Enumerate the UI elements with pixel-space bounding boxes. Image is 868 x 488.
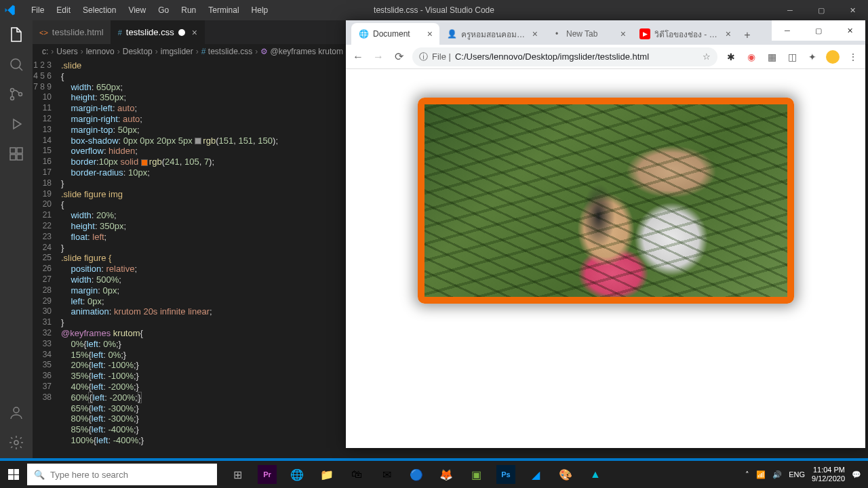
svg-rect-5 xyxy=(10,155,16,160)
taskbar-apps: ⊞ Pr 🌐 📁 🛍 ✉ 🔵 🦊 ▣ Ps ◢ 🎨 ▲ xyxy=(222,461,610,488)
tray-volume-icon[interactable]: 🔊 xyxy=(772,470,782,479)
svg-point-0 xyxy=(11,59,20,68)
vscode-app-icon[interactable]: ◢ xyxy=(521,461,551,488)
image-slider xyxy=(418,98,794,304)
star-icon[interactable]: ☆ xyxy=(703,52,711,62)
svg-point-3 xyxy=(19,93,22,96)
tray-chevron-icon[interactable]: ˄ xyxy=(745,470,749,479)
ext4-icon[interactable]: ◫ xyxy=(785,50,799,64)
puzzle-icon[interactable]: ✦ xyxy=(806,50,819,64)
svg-point-2 xyxy=(11,97,14,100)
browser-window-controls: ─ ▢ ✕ xyxy=(772,20,865,41)
tray-network-icon[interactable]: 📶 xyxy=(756,470,766,479)
svg-point-1 xyxy=(11,89,14,92)
tray-language[interactable]: ENG xyxy=(789,470,805,479)
svg-point-8 xyxy=(14,407,19,413)
svg-point-9 xyxy=(14,441,18,445)
window-controls: ─ ▢ ✕ xyxy=(774,0,868,20)
close-button[interactable]: ✕ xyxy=(837,0,868,20)
ext2-icon[interactable]: ◉ xyxy=(745,50,758,64)
close-tab-icon[interactable]: × xyxy=(726,28,731,39)
ext1-icon[interactable]: ✱ xyxy=(724,50,738,64)
close-tab-icon[interactable]: × xyxy=(427,28,433,39)
window-title: testslide.css - Visual Studio Code xyxy=(374,5,494,15)
camtasia-icon[interactable]: ▣ xyxy=(461,461,491,488)
menu-selection[interactable]: Selection xyxy=(77,3,121,18)
browser-tab[interactable]: 👤ครูหอมสอนคอมพิวเตอร์× xyxy=(439,23,545,45)
account-icon[interactable] xyxy=(7,404,25,422)
tab-testslide-html[interactable]: <> testslide.html xyxy=(33,20,111,44)
tab-testslide-css[interactable]: # testslide.css × xyxy=(111,20,205,44)
dirty-indicator-icon xyxy=(178,29,185,36)
browser-window: ─ ▢ ✕ 🌐Document×👤ครูหอมสอนคอมพิวเตอร์×•N… xyxy=(346,20,865,448)
profile-avatar[interactable] xyxy=(826,50,840,64)
mail-icon[interactable]: ✉ xyxy=(372,461,401,488)
close-tab-icon[interactable]: × xyxy=(532,28,538,39)
line-numbers: 1 2 3 4 5 6 7 8 9 10 11 12 13 14 15 16 1… xyxy=(33,59,61,461)
browser-tab[interactable]: •New Tab× xyxy=(545,23,633,45)
menu-help[interactable]: Help xyxy=(246,3,274,18)
html-file-icon: <> xyxy=(39,28,48,37)
new-tab-button[interactable]: + xyxy=(738,26,757,45)
task-view-icon[interactable]: ⊞ xyxy=(222,461,252,488)
activity-bar xyxy=(0,20,33,461)
explorer-app-icon[interactable]: 📁 xyxy=(312,461,342,488)
extensions-icon[interactable] xyxy=(7,145,25,163)
back-button[interactable]: ← xyxy=(351,51,365,63)
notifications-icon[interactable]: 💬 xyxy=(852,470,861,479)
forward-button[interactable]: → xyxy=(372,51,385,63)
debug-icon[interactable] xyxy=(7,115,25,133)
close-tab-icon[interactable]: × xyxy=(620,28,626,39)
extension-icons: ✱ ◉ ▦ ◫ ✦ ⋮ xyxy=(724,50,860,64)
menu-go[interactable]: Go xyxy=(153,3,174,18)
browser-viewport xyxy=(346,69,865,448)
close-tab-icon[interactable]: × xyxy=(192,27,197,38)
ext3-icon[interactable]: ▦ xyxy=(765,50,778,64)
maximize-button[interactable]: ▢ xyxy=(806,0,837,20)
vscode-logo-icon xyxy=(4,4,16,16)
taskbar-search[interactable]: 🔍 Type here to search xyxy=(27,464,217,485)
chrome-icon[interactable]: 🔵 xyxy=(401,461,431,488)
minimize-button[interactable]: ─ xyxy=(774,0,806,20)
start-button[interactable] xyxy=(0,461,27,488)
system-tray: ˄ 📶 🔊 ENG 11:04 PM 9/12/2020 💬 xyxy=(745,466,868,483)
search-icon: 🔍 xyxy=(34,470,45,480)
vscode-titlebar: FileEditSelectionViewGoRunTerminalHelp t… xyxy=(0,0,868,20)
css-file-icon: # xyxy=(118,28,122,37)
reload-button[interactable]: ⟳ xyxy=(392,50,406,63)
menu-edit[interactable]: Edit xyxy=(51,3,76,18)
svg-rect-6 xyxy=(17,155,22,160)
browser-minimize[interactable]: ─ xyxy=(772,20,803,41)
vscode-menu: FileEditSelectionViewGoRunTerminalHelp xyxy=(20,3,273,18)
clock[interactable]: 11:04 PM 9/12/2020 xyxy=(812,466,845,483)
source-control-icon[interactable] xyxy=(7,85,25,103)
svg-rect-4 xyxy=(10,148,16,153)
menu-file[interactable]: File xyxy=(26,3,50,18)
menu-icon[interactable]: ⋮ xyxy=(846,50,860,64)
premiere-icon[interactable]: Pr xyxy=(258,465,277,484)
browser-tab[interactable]: ▶วิดีโอของช่อง - YouTu× xyxy=(633,23,738,45)
settings-icon[interactable] xyxy=(7,434,25,451)
photoshop-icon[interactable]: Ps xyxy=(496,465,515,484)
photos-icon[interactable]: ▲ xyxy=(580,461,610,488)
explorer-icon[interactable] xyxy=(7,26,25,43)
paint-icon[interactable]: 🎨 xyxy=(551,461,580,488)
browser-maximize[interactable]: ▢ xyxy=(803,20,834,41)
store-icon[interactable]: 🛍 xyxy=(342,461,372,488)
menu-run[interactable]: Run xyxy=(176,3,201,18)
address-bar[interactable]: ⓘ File | C:/Users/lennovo/Desktop/imgsli… xyxy=(412,47,717,66)
firefox-icon[interactable]: 🦊 xyxy=(431,461,461,488)
menu-terminal[interactable]: Terminal xyxy=(203,3,244,18)
menu-view[interactable]: View xyxy=(123,3,151,18)
windows-taskbar: 🔍 Type here to search ⊞ Pr 🌐 📁 🛍 ✉ 🔵 🦊 ▣… xyxy=(0,461,868,488)
browser-toolbar: ← → ⟳ ⓘ File | C:/Users/lennovo/Desktop/… xyxy=(346,45,865,69)
edge-icon[interactable]: 🌐 xyxy=(282,461,312,488)
search-icon[interactable] xyxy=(7,56,25,73)
svg-rect-7 xyxy=(17,148,22,153)
browser-close[interactable]: ✕ xyxy=(834,20,865,41)
browser-tab[interactable]: 🌐Document× xyxy=(351,23,439,45)
info-icon[interactable]: ⓘ xyxy=(419,51,428,63)
